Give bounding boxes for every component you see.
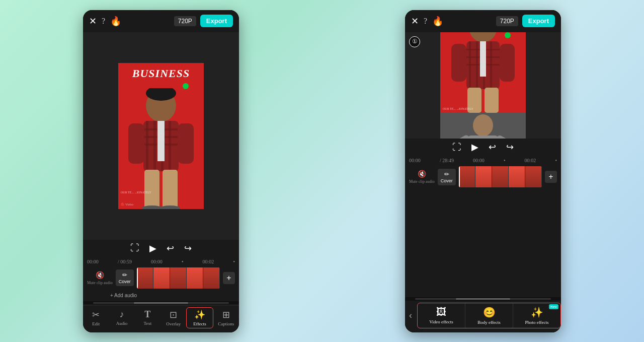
right-cover-icon: ✏ [441, 171, 453, 178]
left-toolbar-text[interactable]: T Text [135, 307, 160, 328]
left-timeline: 00:00 / 00:59 00:00 • 00:02 • 🔇 Mute cli… [83, 257, 239, 301]
left-captions-icon: ⊞ [222, 309, 230, 320]
right-photo-effects-item[interactable]: New ✨ Photo effects [513, 303, 560, 328]
right-flame-icon: 🔥 [432, 16, 443, 27]
right-photo-effects-label: Photo effects [525, 320, 548, 325]
right-frame-4 [509, 166, 525, 187]
left-bottom-toolbar: ✂ Edit ♪ Audio T Text ⊡ Overlay ✨ Effect… [83, 305, 239, 332]
svg-rect-27 [480, 41, 486, 77]
left-text-label: Text [143, 321, 151, 326]
left-phone: ✕ ? 🔥 720P Export BUSINESS [83, 10, 239, 332]
left-topbar-right: 720P Export [174, 15, 233, 27]
left-effects-icon: ✨ [194, 309, 205, 320]
left-marker1: 00:00 [151, 259, 163, 264]
right-add-clip-button[interactable]: + [545, 171, 557, 183]
svg-rect-11 [128, 123, 144, 164]
right-spacer [405, 190, 561, 297]
right-mute-label: Mute clip audio [409, 179, 435, 184]
right-play-button[interactable]: ▶ [471, 142, 478, 153]
right-video-effects-item[interactable]: 🖼 Video effects [418, 303, 465, 328]
right-body-effects-item[interactable]: 😊 Body effects [465, 303, 513, 328]
right-video-frames [459, 166, 542, 187]
left-fullscreen-button[interactable]: ⛶ [130, 243, 139, 253]
left-controls-bar: ⛶ ▶ ↩ ↪ [83, 240, 239, 257]
left-undo-button[interactable]: ↩ [167, 243, 174, 254]
right-close-button[interactable]: ✕ [411, 16, 419, 27]
right-help-button[interactable]: ? [424, 17, 427, 26]
right-timeline-track: 🔇 Mute clip audio ✏ Cover [409, 164, 557, 189]
right-video-effects-label: Video effects [429, 319, 453, 324]
left-cover-label: Cover [119, 279, 131, 284]
right-marker3-dot: • [555, 158, 557, 163]
right-total-time: / 28:49 [440, 158, 454, 163]
left-total-time: / 00:59 [118, 259, 132, 264]
svg-rect-34 [468, 135, 498, 139]
right-preview-image: BUSINESS [440, 32, 526, 139]
right-effects-panel: ‹ 🖼 Video effects 😊 Body effects New ✨ P… [405, 301, 561, 332]
right-effects-options: 🖼 Video effects 😊 Body effects New ✨ Pho… [417, 303, 561, 328]
right-export-button[interactable]: Export [522, 15, 555, 27]
svg-point-33 [473, 114, 493, 136]
svg-rect-31 [485, 88, 499, 113]
left-audio-track: + Add audio [87, 291, 235, 300]
left-add-audio-button[interactable]: + Add audio [110, 293, 137, 298]
left-frame-1 [137, 267, 153, 289]
right-video-strip[interactable] [459, 166, 542, 187]
left-play-button[interactable]: ▶ [149, 243, 156, 254]
svg-rect-28 [451, 44, 466, 82]
left-help-button[interactable]: ? [102, 17, 105, 26]
left-redo-button[interactable]: ↪ [184, 243, 192, 254]
left-topbar: ✕ ? 🔥 720P Export [83, 10, 239, 32]
left-preview-title: BUSINESS [118, 63, 204, 80]
left-playhead [137, 267, 138, 289]
left-scroll-thumb [134, 302, 188, 304]
right-video-preview: ① BUSINESS [405, 32, 561, 139]
left-audio-icon: ♪ [119, 309, 124, 320]
right-back-button[interactable]: ‹ [405, 310, 416, 321]
left-frame-5 [203, 267, 220, 289]
left-resolution-button[interactable]: 720P [174, 16, 196, 26]
left-cover-button[interactable]: ✏ Cover [116, 269, 134, 286]
left-mute-label: Mute clip audio [87, 281, 113, 285]
right-cover-label: Cover [441, 178, 453, 183]
left-video-preview: BUSINESS [83, 32, 239, 240]
right-undo-button[interactable]: ↩ [489, 142, 496, 153]
right-resolution-button[interactable]: 720P [496, 16, 518, 26]
svg-rect-13 [144, 170, 159, 209]
right-timeline-time: 00:00 / 28:49 00:00 • 00:02 • [409, 157, 557, 164]
left-toolbar-audio[interactable]: ♪ Audio [109, 307, 134, 328]
right-track-controls: 🔇 Mute clip audio [409, 170, 435, 184]
right-topbar-left: ✕ ? 🔥 [411, 16, 443, 27]
left-edit-label: Edit [92, 321, 100, 326]
left-overlay-label: Overlay [166, 321, 181, 326]
left-preview-image: BUSINESS [118, 63, 204, 209]
right-frame-1 [459, 166, 475, 187]
svg-rect-29 [500, 44, 515, 82]
right-pip-video [440, 113, 526, 139]
left-audio-label: Audio [116, 321, 128, 326]
left-close-button[interactable]: ✕ [89, 16, 97, 27]
svg-rect-12 [178, 123, 194, 164]
left-frame-2 [153, 267, 170, 289]
right-redo-button[interactable]: ↪ [506, 142, 514, 153]
left-add-clip-button[interactable]: + [223, 272, 235, 284]
left-marker2-dot: • [182, 259, 184, 264]
left-toolbar-captions[interactable]: ⊞ Captions [213, 307, 239, 328]
left-video-strip[interactable] [137, 267, 220, 289]
left-track-controls: 🔇 Mute clip audio [87, 271, 113, 285]
left-timeline-track: 🔇 Mute clip audio ✏ Cover [87, 265, 235, 291]
right-new-badge: New [549, 304, 558, 309]
left-toolbar-effects[interactable]: ✨ Effects [186, 307, 213, 328]
left-marker2: 00:02 [203, 259, 214, 264]
right-body-effects-icon: 😊 [483, 306, 496, 318]
svg-point-17 [469, 32, 497, 43]
right-cover-button[interactable]: ✏ Cover [438, 169, 456, 185]
left-export-button[interactable]: Export [200, 15, 233, 27]
left-timeline-time: 00:00 / 00:59 00:00 • 00:02 • [87, 258, 235, 265]
right-frame-3 [492, 166, 509, 187]
left-toolbar-overlay[interactable]: ⊡ Overlay [160, 307, 186, 328]
left-text-icon: T [144, 309, 150, 320]
right-mute-icon: 🔇 [418, 170, 426, 178]
right-fullscreen-button[interactable]: ⛶ [452, 142, 461, 153]
left-toolbar-edit[interactable]: ✂ Edit [83, 307, 109, 328]
